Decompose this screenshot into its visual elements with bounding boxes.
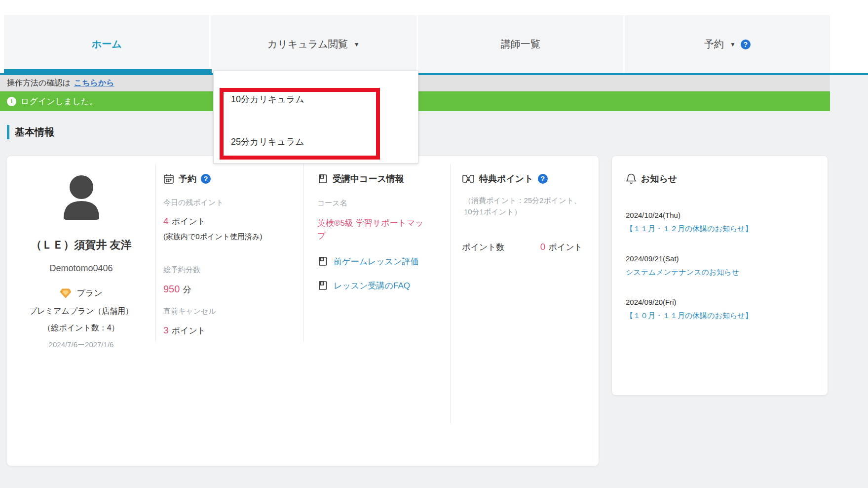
points-count-unit: ポイント xyxy=(548,243,583,252)
notice-date: 2024/09/20(Fri) xyxy=(626,295,814,309)
family-usage-note: (家族内で0ポイント使用済み) xyxy=(163,232,294,242)
help-icon[interactable]: ? xyxy=(538,174,548,184)
total-minutes-label: 総予約分数 xyxy=(163,265,294,275)
bonus-points-note: （消費ポイント：25分2ポイント、10分1ポイント） xyxy=(462,195,587,218)
notice-date: 2024/09/21(Sat) xyxy=(626,252,814,265)
bell-icon xyxy=(626,173,637,185)
help-icon[interactable]: ? xyxy=(201,174,211,184)
course-name-label: コース名 xyxy=(317,199,440,208)
chevron-down-icon: ▼ xyxy=(354,41,360,48)
howto-link[interactable]: こちらから xyxy=(74,78,114,88)
bonus-points-column: ¥ 特典ポイント ? （消費ポイント：25分2ポイント、10分1ポイント） ポイ… xyxy=(450,156,599,466)
notice-link[interactable]: 【１１月・１２月の休講のお知らせ】 xyxy=(626,222,814,235)
tab-home-label: ホーム xyxy=(92,38,122,51)
reservation-title: 予約 xyxy=(179,173,196,185)
notices-card: お知らせ 2024/10/24(Thu) 【１１月・１２月の休講のお知らせ】 2… xyxy=(612,156,828,395)
today-points-value: 4 xyxy=(163,216,169,226)
total-minutes-unit: 分 xyxy=(183,285,191,294)
book-icon xyxy=(317,280,328,291)
today-points-label: 今日の残ポイント xyxy=(163,198,294,207)
profile-name: （ＬＥ）須賀井 友洋 xyxy=(7,237,155,253)
menu-item-25min-curriculum[interactable]: 25分カリキュラム xyxy=(231,136,304,148)
help-icon[interactable]: ? xyxy=(741,40,751,49)
list-item: 2024/10/24(Thu) 【１１月・１２月の休講のお知らせ】 xyxy=(626,208,814,235)
course-name-link[interactable]: 英検®5級 学習サポートマップ xyxy=(317,217,428,243)
tab-instructors-label: 講師一覧 xyxy=(501,38,540,51)
course-info-title: 受講中コース情報 xyxy=(333,173,404,185)
list-item: 2024/09/21(Sat) システムメンテナンスのお知らせ xyxy=(626,252,814,279)
notice-link[interactable]: 【１０月・１１月の休講のお知らせ】 xyxy=(626,309,814,322)
lesson-faq-link[interactable]: レッスン受講のFAQ xyxy=(334,280,410,291)
book-icon xyxy=(317,173,328,184)
notice-date: 2024/10/24(Thu) xyxy=(626,208,814,222)
points-count-value: 0 xyxy=(540,242,546,252)
plan-label: プラン xyxy=(76,287,102,299)
tab-instructors[interactable]: 講師一覧 xyxy=(418,15,625,73)
tab-curriculum-label: カリキュラム閲覧 xyxy=(267,38,348,51)
notices-title: お知らせ xyxy=(641,173,677,185)
bonus-points-title: 特典ポイント xyxy=(479,173,533,185)
total-minutes-value: 950 xyxy=(163,284,180,294)
curriculum-dropdown-menu: 10分カリキュラム 25分カリキュラム xyxy=(213,71,418,163)
chevron-down-icon: ▼ xyxy=(730,41,736,48)
notice-link[interactable]: システムメンテナンスのお知らせ xyxy=(626,265,814,279)
basic-info-card: （ＬＥ）須賀井 友洋 Demotomo0406 プラン プレミアムプラン（店舗用… xyxy=(7,156,599,466)
plan-name: プレミアムプラン（店舗用） xyxy=(7,306,155,317)
active-tab-indicator xyxy=(4,69,212,73)
last-minute-cancel-label: 直前キャンセル xyxy=(163,307,294,316)
login-flash-message: ログインしました。 xyxy=(21,96,98,107)
last-minute-cancel-value: 3 xyxy=(163,325,169,335)
plan-period: 2024/7/6ー2027/1/6 xyxy=(7,340,155,350)
header: ホーム カリキュラム閲覧 ▼ 講師一覧 予約 ▼ ? xyxy=(0,0,868,75)
tab-reservation-label: 予約 xyxy=(704,38,724,51)
profile-column: （ＬＥ）須賀井 友洋 Demotomo0406 プラン プレミアムプラン（店舗用… xyxy=(7,156,155,466)
calendar-icon xyxy=(163,173,174,184)
howto-text: 操作方法の確認は xyxy=(7,78,71,88)
course-column: 受講中コース情報 コース名 英検®5級 学習サポートマップ 前ゲームレッスン評価… xyxy=(303,156,450,466)
plan-total-points: （総ポイント数：4） xyxy=(7,323,155,333)
points-count-label: ポイント数 xyxy=(462,242,505,253)
page-title: 基本情報 xyxy=(7,125,54,139)
menu-item-10min-curriculum[interactable]: 10分カリキュラム xyxy=(231,93,304,105)
tab-home[interactable]: ホーム xyxy=(4,15,211,73)
reservation-column: 予約 ? 今日の残ポイント 4ポイント (家族内で0ポイント使用済み) 総予約分… xyxy=(155,156,303,466)
gem-icon xyxy=(60,288,72,298)
tab-curriculum[interactable]: カリキュラム閲覧 ▼ xyxy=(211,15,417,73)
profile-user-id: Demotomo0406 xyxy=(7,263,155,274)
pre-game-lesson-eval-link[interactable]: 前ゲームレッスン評価 xyxy=(334,256,418,267)
ticket-icon: ¥ xyxy=(462,174,475,184)
tab-reservation[interactable]: 予約 ▼ ? xyxy=(625,15,830,73)
today-points-unit: ポイント xyxy=(172,217,206,226)
svg-text:¥: ¥ xyxy=(467,176,470,182)
main-nav: ホーム カリキュラム閲覧 ▼ 講師一覧 予約 ▼ ? xyxy=(4,15,830,73)
info-icon: i xyxy=(7,97,16,106)
avatar xyxy=(7,170,155,226)
list-item: 2024/09/20(Fri) 【１０月・１１月の休講のお知らせ】 xyxy=(626,295,814,322)
book-icon xyxy=(317,256,328,267)
last-minute-cancel-unit: ポイント xyxy=(172,326,206,335)
